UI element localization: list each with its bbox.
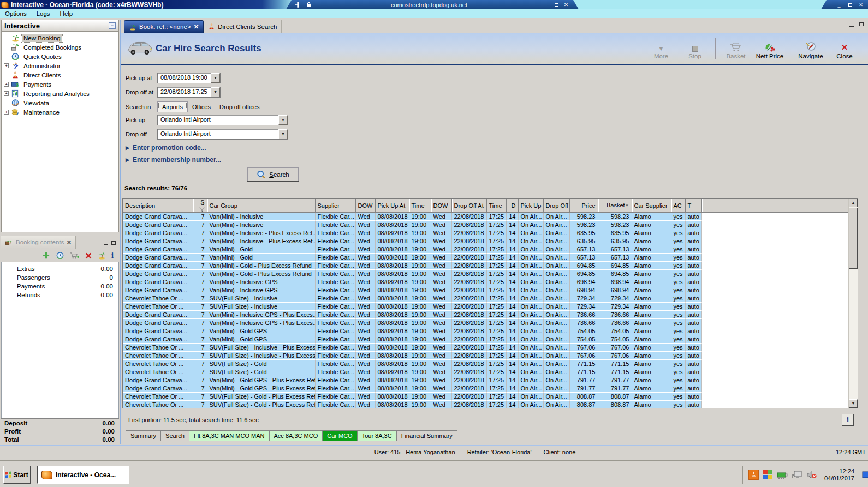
booking-contents-row[interactable]: Refunds 0.00 xyxy=(2,292,118,300)
table-row[interactable]: Dodge Grand Carava... 7 Van(Mini) - Gold… xyxy=(123,384,849,393)
rdp-restore-button[interactable] xyxy=(551,1,561,9)
tab-close-icon[interactable]: ✕ xyxy=(194,23,199,31)
pin-icon[interactable] xyxy=(294,2,301,8)
info-icon[interactable]: i xyxy=(111,252,114,260)
basket-add-icon[interactable] xyxy=(70,251,79,260)
window-minimize-button[interactable]: _ xyxy=(835,1,843,9)
menu-options[interactable]: Options xyxy=(0,10,32,17)
more-button[interactable]: ▼ More xyxy=(645,37,677,61)
expand-icon[interactable]: + xyxy=(4,91,9,96)
panel-maximize-icon[interactable] xyxy=(111,241,116,245)
rdp-close-button[interactable]: ✕ xyxy=(561,1,571,9)
sidebar-collapse-button[interactable]: − xyxy=(109,22,116,29)
start-button[interactable]: Start xyxy=(3,466,31,484)
network-tray-icon[interactable] xyxy=(777,471,788,479)
column-header[interactable]: Drop Off xyxy=(543,199,569,213)
expand-icon[interactable]: + xyxy=(4,63,9,68)
table-row[interactable]: Chevrolet Tahoe Or ... 7 SUV(Full Size) … xyxy=(123,344,849,352)
tab-flight[interactable]: Flt 8A,3C MAN MCO MAN xyxy=(189,430,270,441)
basket-button[interactable]: Basket xyxy=(720,37,752,61)
filter-icon[interactable] xyxy=(199,207,205,212)
booking-contents-row[interactable]: Extras 0.00 xyxy=(2,266,118,274)
table-row[interactable]: Chevrolet Tahoe Or ... 7 SUV(Full Size) … xyxy=(123,401,849,409)
column-header[interactable]: DOW xyxy=(431,199,451,213)
sidebar-item-completed-bookings[interactable]: Completed Bookings xyxy=(2,43,118,52)
sidebar-item-direct-clients[interactable]: Direct Clients xyxy=(2,70,118,80)
table-row[interactable]: Chevrolet Tahoe Or ... 7 SUV(Full Size) … xyxy=(123,303,849,311)
table-row[interactable]: Dodge Grand Carava... 7 Van(Mini) - Incl… xyxy=(123,286,849,294)
column-header[interactable]: Supplier xyxy=(315,199,355,213)
table-row[interactable]: Dodge Grand Carava... 7 Van(Mini) - Incl… xyxy=(123,319,849,327)
tab-car[interactable]: Car MCO xyxy=(323,430,357,441)
table-row[interactable]: Dodge Grand Carava... 7 Van(Mini) - Incl… xyxy=(123,278,849,286)
sidebar-item-new-booking[interactable]: New Booking xyxy=(2,33,118,43)
table-row[interactable]: Dodge Grand Carava... 7 Van(Mini) - Incl… xyxy=(123,221,849,229)
column-header[interactable]: Car Group xyxy=(207,199,315,213)
antivirus-tray-icon[interactable] xyxy=(763,470,773,480)
table-row[interactable]: Dodge Grand Carava... 7 Van(Mini) - Gold… xyxy=(123,327,849,335)
vertical-scrollbar[interactable]: ▲ ▼ xyxy=(848,199,858,408)
tab-accommodation[interactable]: Acc 8A,3C MCO xyxy=(270,430,323,441)
membership-number-expander[interactable]: ▶ Enter membership number... xyxy=(126,156,221,164)
column-header[interactable]: ▼Basket xyxy=(598,199,632,213)
add-icon[interactable] xyxy=(42,251,50,260)
display-tray-icon[interactable] xyxy=(792,470,802,479)
sidebar-item-maintenance[interactable]: + Maintenance xyxy=(2,107,118,117)
sidebar-item-quick-quotes[interactable]: Quick Quotes xyxy=(2,52,118,61)
sidebar-item-reporting[interactable]: + Reporting and Analytics xyxy=(2,89,118,98)
new-booking-icon[interactable] xyxy=(98,251,106,260)
table-row[interactable]: Chevrolet Tahoe Or ... 7 SUV(Full Size) … xyxy=(123,393,849,401)
expand-icon[interactable]: + xyxy=(4,110,9,115)
tab-direct-clients-search[interactable]: Direct Clients Search xyxy=(204,20,282,33)
column-header[interactable]: Time xyxy=(409,199,431,213)
table-row[interactable]: Dodge Grand Carava... 7 Van(Mini) - Incl… xyxy=(123,237,849,245)
dropdown-arrow-icon[interactable]: ▼ xyxy=(278,129,288,139)
dropoff-combo[interactable]: Orlando Intl Airport ▼ xyxy=(157,129,288,140)
tab-financial-summary[interactable]: Financial Summary xyxy=(397,430,457,441)
nett-price-button[interactable]: Nett Price xyxy=(754,37,786,61)
sidebar-item-viewdata[interactable]: Viewdata xyxy=(2,98,118,107)
promotion-code-expander[interactable]: ▶ Enter promotion code... xyxy=(126,144,206,152)
column-header[interactable]: D xyxy=(506,199,518,213)
table-row[interactable]: Dodge Grand Carava... 7 Van(Mini) - Gold… xyxy=(123,245,849,254)
quote-icon[interactable] xyxy=(56,251,64,260)
dropdown-arrow-icon[interactable]: ▼ xyxy=(211,87,220,97)
tab-summary[interactable]: Summary xyxy=(126,430,161,441)
search-button[interactable]: Search xyxy=(247,167,299,182)
table-row[interactable]: Chevrolet Tahoe Or ... 7 SUV(Full Size) … xyxy=(123,368,849,376)
taskbar-app-button[interactable]: Interactive - Ocea... xyxy=(37,466,129,484)
dropdown-arrow-icon[interactable]: ▼ xyxy=(211,73,220,83)
tab-search[interactable]: Search xyxy=(161,430,189,441)
column-header[interactable]: Price xyxy=(569,199,598,213)
booking-contents-close-icon[interactable]: ✕ xyxy=(67,239,71,245)
tab-booking-ref[interactable]: Book. ref.: <none> ✕ xyxy=(124,20,204,33)
column-header[interactable]: T xyxy=(685,199,701,213)
panel-minimize-icon[interactable] xyxy=(104,241,108,245)
menu-help[interactable]: Help xyxy=(55,10,78,17)
search-in-dropoff-offices[interactable]: Drop off offices xyxy=(215,102,264,112)
column-header[interactable]: DOW xyxy=(355,199,375,213)
table-row[interactable]: Chevrolet Tahoe Or ... 7 SUV(Full Size) … xyxy=(123,360,849,368)
table-row[interactable]: Chevrolet Tahoe Or ... 7 SUV(Full Size) … xyxy=(123,352,849,360)
table-row[interactable]: Dodge Grand Carava... 7 Van(Mini) - Incl… xyxy=(123,229,849,237)
table-row[interactable]: Dodge Grand Carava... 7 Van(Mini) - Incl… xyxy=(123,311,849,319)
search-in-offices[interactable]: Offices xyxy=(188,102,215,112)
dropoff-at-combo[interactable]: 22/08/2018 17:25 ▼ xyxy=(157,87,221,98)
stop-button[interactable]: Stop xyxy=(679,37,711,61)
taskbar-clock[interactable]: 12:24 04/01/2017 xyxy=(821,468,858,482)
window-close-button[interactable]: ✕ xyxy=(857,1,865,9)
pickup-at-combo[interactable]: 08/08/2018 19:00 ▼ xyxy=(157,73,221,83)
table-row[interactable]: Dodge Grand Carava... 7 Van(Mini) - Gold… xyxy=(123,335,849,344)
window-maximize-button[interactable] xyxy=(846,1,854,9)
column-header[interactable]: Pick Up xyxy=(518,199,543,213)
column-header[interactable]: Drop Off At xyxy=(451,199,486,213)
dropdown-arrow-icon[interactable]: ▼ xyxy=(278,115,288,125)
column-header[interactable]: Time xyxy=(486,199,506,213)
view-minimize-icon[interactable] xyxy=(849,22,854,27)
navigate-button[interactable]: Navigate xyxy=(795,37,827,61)
delete-icon[interactable] xyxy=(85,252,92,260)
table-row[interactable]: Dodge Grand Carava... 7 Van(Mini) - Gold… xyxy=(123,270,849,278)
sidebar-item-administrator[interactable]: + Administrator xyxy=(2,61,118,70)
rdp-minimize-button[interactable]: – xyxy=(542,1,551,9)
booking-contents-row[interactable]: Passengers 0 xyxy=(2,274,118,283)
